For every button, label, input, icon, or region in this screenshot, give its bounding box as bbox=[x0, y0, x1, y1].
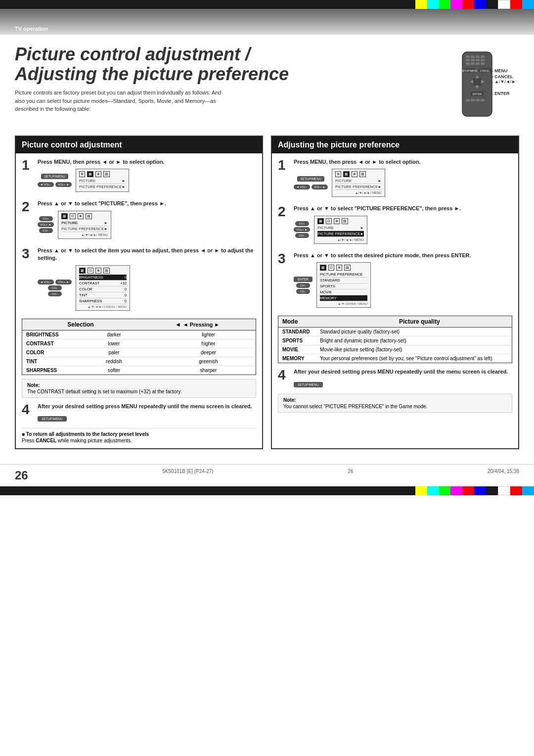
section-label: TV operation bbox=[15, 26, 48, 32]
svg-text:ENTER: ENTER bbox=[473, 93, 482, 95]
svg-rect-28 bbox=[476, 99, 480, 101]
mode-memory: MEMORY Your personal preferences (set by… bbox=[278, 354, 512, 363]
mode-sports: SPORTS Bright and dynamic picture (facto… bbox=[278, 336, 512, 345]
svg-rect-27 bbox=[471, 99, 475, 101]
sel-tint: TINT reddish greenish bbox=[22, 357, 256, 366]
svg-rect-2 bbox=[471, 55, 475, 58]
left-step-2: 2 Press ▲ or ▼ to select "PICTURE", then… bbox=[22, 200, 256, 240]
mode-movie: MOVIE Movie-like picture setting (factor… bbox=[278, 345, 512, 354]
svg-rect-7 bbox=[476, 59, 480, 61]
sel-sharpness: SHARPNESS softer sharper bbox=[22, 366, 256, 375]
svg-text:▲/▼/◄/►: ▲/▼/◄/► bbox=[494, 79, 516, 84]
svg-rect-1 bbox=[466, 55, 470, 58]
title-description: Picture controls are factory preset but … bbox=[15, 89, 227, 113]
svg-rect-3 bbox=[476, 55, 480, 58]
right-col-header: Adjusting the picture preference bbox=[272, 137, 518, 153]
svg-rect-9 bbox=[466, 62, 470, 65]
svg-rect-8 bbox=[481, 59, 485, 61]
svg-text:SETUP/MENU: SETUP/MENU bbox=[461, 69, 478, 72]
right-step-3: 3 Press ▲ or ▼ to select the desired pic… bbox=[278, 252, 512, 310]
page-title-line2: Adjusting the picture preference bbox=[15, 64, 289, 84]
left-step-3: 3 Press ▲ or ▼ to select the item you wa… bbox=[22, 247, 256, 313]
left-note: Note: The CONTRAST default setting is se… bbox=[22, 379, 256, 398]
left-step-4: 4 After your desired setting press MENU … bbox=[22, 403, 256, 422]
svg-rect-10 bbox=[471, 62, 475, 65]
svg-text:MENU: MENU bbox=[494, 68, 508, 73]
svg-text:CANCEL: CANCEL bbox=[494, 74, 513, 79]
left-col-header: Picture control adjustment bbox=[16, 137, 262, 153]
page-footer: 26 5K50101B [E] (P24-27) 26 20/4/04, 15:… bbox=[0, 464, 534, 486]
right-step-2: 2 Press ▲ or ▼ to select "PICTURE PREFER… bbox=[278, 205, 512, 245]
selection-table: Selection ◄ ◄ Pressing ► BRIGHTNESS dark… bbox=[22, 319, 256, 375]
page-title-line1: Picture control adjustment / bbox=[15, 45, 289, 64]
svg-rect-29 bbox=[481, 99, 485, 101]
svg-rect-26 bbox=[466, 99, 470, 101]
left-step-1: 1 Press MENU, then press ◄ or ► to selec… bbox=[22, 158, 256, 194]
mode-table: Mode Picture quality STANDARD Standard p… bbox=[278, 316, 512, 363]
svg-rect-5 bbox=[466, 59, 470, 61]
sel-contrast: CONTRAST lower higher bbox=[22, 339, 256, 348]
svg-rect-4 bbox=[481, 55, 485, 58]
sel-color: COLOR paler deeper bbox=[22, 348, 256, 357]
svg-rect-12 bbox=[481, 62, 485, 65]
right-note: Note: You cannot select "PICTURE PREFERE… bbox=[278, 394, 512, 413]
mode-standard: STANDARD Standard picture quality (facto… bbox=[278, 328, 512, 336]
right-step-1: 1 Press MENU, then press ◄ or ► to selec… bbox=[278, 158, 512, 199]
sel-brightness: BRIGHTNESS darker lighter bbox=[22, 331, 256, 339]
svg-rect-11 bbox=[476, 62, 480, 65]
factory-reset: ■ To return all adjustments to the facto… bbox=[22, 428, 256, 443]
svg-rect-6 bbox=[471, 59, 475, 61]
remote-illustration: SETUP/MENU CANCEL ENTER bbox=[435, 49, 519, 126]
right-step-4: 4 After your desired setting press MENU … bbox=[278, 368, 512, 387]
svg-text:ENTER: ENTER bbox=[494, 91, 510, 96]
